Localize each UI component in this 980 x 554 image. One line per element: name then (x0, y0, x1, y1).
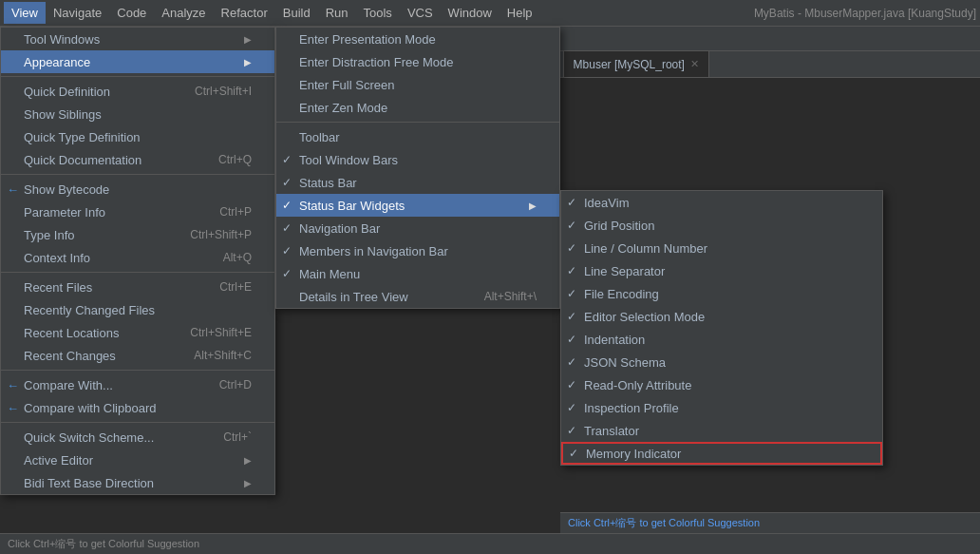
submenu-arrow-active-editor: ▶ (244, 455, 252, 466)
line-content-30: /** (57, 200, 109, 214)
menu-view[interactable]: View (4, 2, 46, 24)
sep5 (1, 422, 274, 423)
menu-analyze[interactable]: Analyze (154, 2, 213, 24)
breadcrumb-sep: › (56, 32, 60, 46)
tab-label-mybatis: mybatis-config.xml (49, 58, 143, 71)
tab-log4j[interactable]: log4j.properties ✕ (333, 51, 445, 77)
widget-indentation[interactable]: ✓ Indentation (561, 328, 882, 351)
check-file-enc: ✓ (567, 287, 576, 300)
breadcrumb-part1: mapper (14, 32, 53, 46)
menu-item-members-nav[interactable]: ✓ Members in Navigation Bar (276, 239, 559, 262)
check-line-col: ✓ (567, 241, 576, 255)
menu-item-context-info[interactable]: Context Info Alt+Q (1, 246, 274, 269)
tab-icon-pom: m (178, 59, 189, 70)
tab-label-db: db.properties (472, 58, 538, 71)
widget-editor-sel[interactable]: ✓ Editor Selection Mode (561, 305, 882, 328)
tab-mybatis-config[interactable]: x mybatis-config.xml ✕ (25, 51, 168, 77)
check-memory: ✓ (569, 447, 578, 460)
menu-item-recent-locs-shortcut: Ctrl+Shift+E (190, 326, 252, 339)
line-content-25: */ (57, 105, 102, 119)
tab-close-mbuser[interactable]: ✕ (690, 58, 699, 70)
menu-item-details-tree[interactable]: Details in Tree View Alt+Shift+\ (276, 285, 559, 308)
check-editor-sel: ✓ (567, 310, 576, 323)
menu-item-main-menu[interactable]: ✓ Main Menu (276, 262, 559, 285)
menu-tools[interactable]: Tools (356, 2, 400, 24)
menu-help[interactable]: Help (499, 2, 540, 24)
tab-close-pom[interactable]: ✕ (314, 58, 323, 70)
menu-item-compare-clipboard[interactable]: ← Compare with Clipboard (1, 396, 274, 419)
menu-item-type-info[interactable]: Type Info Ctrl+Shift+P (1, 223, 274, 246)
tab-pom[interactable]: m pom.xml (KuangStudy) ✕ (168, 51, 333, 77)
menu-run[interactable]: Run (318, 2, 356, 24)
widget-inspection[interactable]: ✓ Inspection Profile (561, 396, 882, 419)
tab-icon-db: d (455, 59, 468, 70)
tab-mbuser[interactable]: Mbuser [MySQL_root] ✕ (564, 51, 709, 77)
widget-memory[interactable]: ✓ Memory Indicator (561, 442, 882, 465)
line-gutter-26: ⇒ (38, 124, 57, 139)
menu-item-details-tree-label: Details in Tree View (299, 290, 408, 304)
widget-indentation-label: Indentation (584, 333, 645, 347)
line-num-29: 29 (0, 181, 38, 194)
menu-item-context-info-label: Context Info (24, 251, 90, 265)
menu-item-recent-locs[interactable]: Recent Locations Ctrl+Shift+E (1, 321, 274, 344)
menu-bar: View Navigate Code Analyze Refactor Buil… (0, 0, 980, 27)
code-line-29: 29 (0, 181, 980, 200)
line-num-28: 28 (0, 162, 38, 175)
tooltip-text: Click Ctrl+缩号 to get Colorful Suggestion (568, 516, 760, 530)
widget-translator[interactable]: ✓ Translator (561, 419, 882, 442)
code-line-25: 25 */ (0, 105, 980, 124)
code-line-26: 26 ⇒ List<Mbus (0, 124, 980, 143)
menu-item-active-editor[interactable]: Active Editor ▶ (1, 449, 274, 471)
check-readonly: ✓ (567, 378, 576, 392)
tab-icon-mybatis: x (34, 59, 46, 70)
menu-item-recent-changes[interactable]: Recent Changes Alt+Shift+C (1, 344, 274, 367)
check-json-schema: ✓ (567, 355, 576, 369)
menu-item-recently-changed[interactable]: Recently Changed Files (1, 298, 274, 321)
menu-item-bidi[interactable]: Bidi Text Base Direction ▶ (1, 471, 274, 494)
menu-item-recent-files[interactable]: Recent Files Ctrl+E (1, 276, 274, 298)
tab-close-log4j[interactable]: ✕ (426, 58, 435, 70)
menu-navigate[interactable]: Navigate (46, 2, 109, 24)
line-num-26: 26 (0, 124, 38, 137)
line-num-30: 30 (0, 200, 38, 213)
widget-readonly[interactable]: ✓ Read-Only Attribute (561, 373, 882, 396)
widget-line-col[interactable]: ✓ Line / Column Number (561, 237, 882, 259)
line-gutter-24: * (38, 86, 57, 100)
widget-editor-sel-label: Editor Selection Mode (584, 310, 705, 324)
sep4 (1, 370, 274, 371)
menu-item-compare-with[interactable]: ← Compare With... Ctrl+D (1, 373, 274, 396)
widget-json-schema[interactable]: ✓ JSON Schema (561, 351, 882, 373)
breadcrumb: › mapper › i MbuserMapper (0, 27, 980, 51)
line-content-26: List<Mbus (57, 124, 153, 138)
line-num-27: 27 (0, 143, 38, 156)
menu-item-compare-with-shortcut: Ctrl+D (219, 378, 252, 392)
widget-readonly-label: Read-Only Attribute (584, 378, 691, 392)
submenu-arrow-bidi: ▶ (244, 478, 252, 488)
menu-item-recent-changes-shortcut: Alt+Shift+C (194, 349, 252, 362)
widget-json-schema-label: JSON Schema (584, 355, 666, 370)
code-line-28: 28 ⇒ Page<Mbus (0, 162, 980, 181)
breadcrumb-icon: i (63, 32, 76, 46)
menu-item-quick-switch-shortcut: Ctrl+` (223, 430, 252, 444)
line-gutter-28: ⇒ (38, 162, 57, 177)
widget-line-col-label: Line / Column Number (584, 241, 707, 256)
menu-vcs[interactable]: VCS (400, 2, 441, 24)
menu-item-recent-files-label: Recent Files (24, 280, 92, 295)
menu-item-type-info-shortcut: Ctrl+Shift+P (190, 228, 252, 241)
tab-label-mbuser: Mbuser [MySQL_root] (574, 58, 685, 71)
menu-build[interactable]: Build (275, 2, 318, 24)
menu-item-quick-switch[interactable]: Quick Switch Scheme... Ctrl+` (1, 426, 274, 449)
widget-line-sep[interactable]: ✓ Line Separator (561, 259, 882, 282)
menu-refactor[interactable]: Refactor (214, 2, 275, 24)
tab-close-db[interactable]: ✕ (545, 58, 554, 70)
widget-file-enc[interactable]: ✓ File Encoding (561, 282, 882, 305)
tab-close-mybatis[interactable]: ✕ (149, 58, 158, 70)
widget-memory-label: Memory Indicator (586, 447, 681, 461)
clipboard-icon: ← (7, 401, 19, 415)
line-num-25: 25 (0, 105, 38, 118)
menu-item-bidi-label: Bidi Text Base Direction (24, 476, 154, 490)
menu-window[interactable]: Window (441, 2, 499, 24)
back-arrow-icon[interactable]: ← (4, 56, 19, 73)
menu-code[interactable]: Code (109, 2, 154, 24)
tab-db[interactable]: d db.properties ✕ (445, 51, 563, 77)
